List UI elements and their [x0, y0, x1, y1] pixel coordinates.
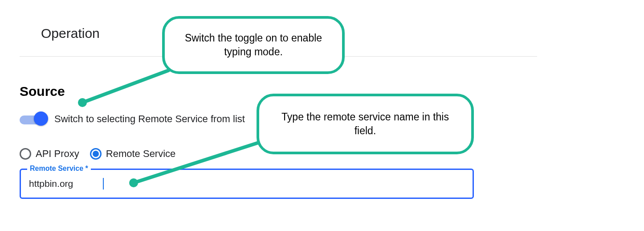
radio-remote-service-label: Remote Service — [106, 148, 176, 160]
typing-mode-toggle[interactable] — [20, 112, 45, 126]
radio-api-proxy[interactable]: API Proxy — [20, 148, 79, 160]
svg-point-1 — [78, 98, 87, 107]
callout-field-hint: Type the remote service name in this fie… — [257, 94, 474, 154]
source-radio-group: API Proxy Remote Service — [20, 148, 175, 160]
remote-service-field[interactable]: Remote Service * — [20, 169, 474, 199]
radio-circle-icon — [20, 148, 31, 160]
radio-remote-service[interactable]: Remote Service — [90, 148, 176, 160]
toggle-thumb — [34, 111, 48, 126]
remote-service-input[interactable] — [21, 170, 473, 198]
callout-text: Type the remote service name in this fie… — [273, 110, 458, 138]
typing-mode-toggle-label: Switch to selecting Remote Service from … — [54, 113, 245, 125]
text-caret-icon — [103, 178, 104, 190]
callout-toggle-hint: Switch the toggle on to enable typing mo… — [162, 16, 345, 74]
svg-line-0 — [82, 70, 168, 103]
radio-api-proxy-label: API Proxy — [36, 148, 79, 160]
source-heading: Source — [20, 84, 65, 99]
operation-heading: Operation — [41, 26, 100, 41]
callout-text: Switch the toggle on to enable typing mo… — [178, 31, 329, 59]
radio-circle-icon — [90, 148, 102, 160]
